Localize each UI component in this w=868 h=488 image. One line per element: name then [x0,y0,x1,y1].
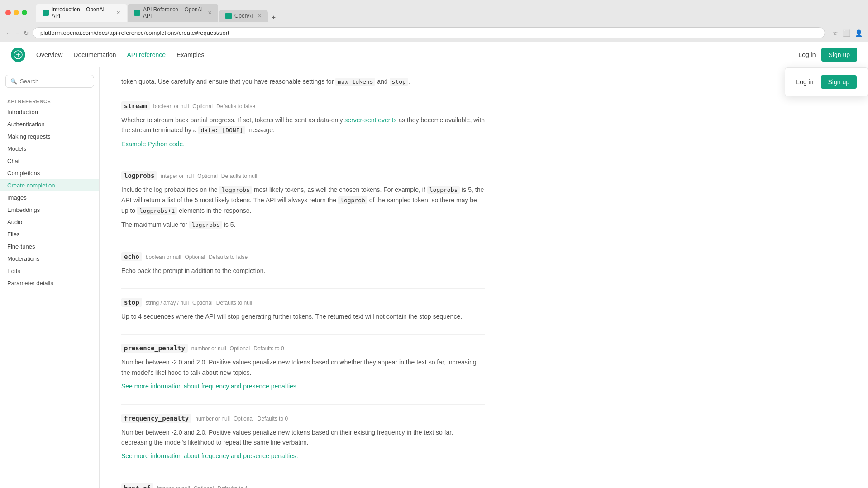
presence-penalty-link[interactable]: See more information about frequency and… [121,383,298,390]
tab-label-3: OpenAI [234,13,253,19]
browser-tab-2[interactable]: API Reference – OpenAI API ✕ [128,4,218,22]
forward-button[interactable]: → [14,29,21,37]
sidebar-item-edits[interactable]: Edits [0,265,99,277]
sidebar-item-files[interactable]: Files [0,228,99,240]
param-best-of-default: Defaults to 1 [217,485,248,488]
browser-tab-1[interactable]: Introduction – OpenAI API ✕ [36,4,127,22]
preamble-code-stop: stop [390,78,408,86]
sidebar-item-create-completion[interactable]: Create completion [0,179,99,191]
tab-close-3[interactable]: ✕ [258,13,262,19]
param-frequency-penalty-header: frequency_penalty number or null Optiona… [121,414,485,423]
param-echo-type: boolean or null [146,254,181,260]
browser-tab-3[interactable]: OpenAI ✕ [219,10,268,22]
refresh-button[interactable]: ↻ [24,29,29,37]
tab-favicon-3 [225,13,232,19]
traffic-lights [5,10,27,15]
nav-examples[interactable]: Examples [176,49,204,60]
param-presence-penalty-default: Defaults to 0 [253,345,284,352]
logprobs-code-4: logprobs [189,221,222,229]
sidebar-item-embeddings[interactable]: Embeddings [0,204,99,216]
param-logprobs: logprobs integer or null Optional Defaul… [121,162,485,243]
minimize-window-button[interactable] [14,10,19,15]
sidebar-item-authentication[interactable]: Authentication [0,118,99,130]
sidebar-item-introduction[interactable]: Introduction [0,106,99,118]
param-stop: stop string / array / null Optional Defa… [121,289,485,335]
param-logprobs-optional: Optional [197,173,218,179]
param-stop-default: Defaults to null [216,300,252,306]
example-python-code-link[interactable]: Example Python code. [121,140,185,148]
extensions-icon[interactable]: ⬜ [843,29,850,37]
search-input[interactable] [20,78,96,85]
nav-buttons: ← → ↻ [5,29,29,37]
param-frequency-penalty-type: number or null [195,416,230,422]
preamble-text: token quota. Use carefully and ensure th… [121,67,485,87]
sidebar-item-making-requests[interactable]: Making requests [0,130,99,143]
tab-close-2[interactable]: ✕ [208,10,212,16]
address-bar[interactable]: platform.openai.com/docs/api-reference/c… [33,27,825,38]
browser-controls-row: Introduction – OpenAI API ✕ API Referenc… [5,4,863,22]
sidebar-item-chat[interactable]: Chat [0,155,99,167]
logo[interactable] [11,48,25,62]
auth-area: Log in Sign up [798,48,857,62]
tabs-bar: Introduction – OpenAI API ✕ API Referenc… [36,4,863,22]
param-presence-penalty-optional: Optional [230,345,250,352]
param-presence-penalty-name: presence_penalty [121,344,188,353]
param-stream-optional: Optional [192,103,213,110]
param-stop-header: stop string / array / null Optional Defa… [121,298,485,307]
param-echo-header: echo boolean or null Optional Defaults t… [121,252,485,261]
profile-icon[interactable]: 👤 [855,29,863,37]
param-frequency-penalty-optional: Optional [234,416,254,422]
param-stream-name: stream [121,101,150,110]
app-wrapper: Overview Documentation API reference Exa… [0,42,868,488]
bookmark-icon[interactable]: ☆ [832,29,838,37]
browser-chrome: Introduction – OpenAI API ✕ API Referenc… [0,0,868,42]
content-area: 🔍 ⌘ K API REFERENCE Introduction Authent… [0,67,868,488]
param-logprobs-default: Defaults to null [221,173,257,179]
tab-favicon-2 [134,10,140,16]
browser-actions: ☆ ⬜ 👤 [832,29,863,37]
sidebar-item-fine-tunes[interactable]: Fine-tunes [0,240,99,253]
param-best-of-optional: Optional [194,485,214,488]
param-stream-default: Defaults to false [216,103,255,110]
sidebar-item-models[interactable]: Models [0,143,99,155]
param-logprobs-header: logprobs integer or null Optional Defaul… [121,171,485,180]
url-text: platform.openai.com/docs/api-reference/c… [40,29,229,36]
param-frequency-penalty-desc: Number between -2.0 and 2.0. Positive va… [121,427,485,461]
tab-label-1: Introduction – OpenAI API [52,6,112,19]
maximize-window-button[interactable] [22,10,27,15]
param-logprobs-type: integer or null [161,173,194,179]
popup-signup-button[interactable]: Sign up [821,75,857,89]
sidebar-item-completions[interactable]: Completions [0,167,99,179]
search-box[interactable]: 🔍 ⌘ K [5,75,94,88]
sidebar-item-moderations[interactable]: Moderations [0,253,99,265]
frequency-penalty-link[interactable]: See more information about frequency and… [121,452,298,459]
param-stream-type: boolean or null [153,103,189,110]
main-content: token quota. Use carefully and ensure th… [100,67,507,488]
new-tab-button[interactable]: + [269,14,278,22]
sidebar-item-images[interactable]: Images [0,191,99,204]
param-stream: stream boolean or null Optional Defaults… [121,92,485,163]
logprobs-plus1-code: logprobs+1 [137,207,177,215]
param-logprobs-name: logprobs [121,171,157,180]
sidebar-item-audio[interactable]: Audio [0,216,99,228]
param-best-of-header: best_of integer or null Optional Default… [121,483,485,488]
nav-api-reference[interactable]: API reference [127,49,166,60]
stream-done-code: data: [DONE] [198,126,245,134]
nav-overview[interactable]: Overview [36,49,62,60]
param-frequency-penalty-default: Defaults to 0 [258,416,288,422]
param-stop-desc: Up to 4 sequences where the API will sto… [121,311,485,321]
close-window-button[interactable] [5,10,11,15]
tab-label-2: API Reference – OpenAI API [143,6,203,19]
param-best-of-name: best_of [121,483,153,488]
popup-login-button[interactable]: Log in [796,78,813,86]
param-echo-default: Defaults to false [209,254,248,260]
param-stop-optional: Optional [192,300,213,306]
login-button[interactable]: Log in [798,51,816,58]
back-button[interactable]: ← [5,29,12,37]
tab-close-1[interactable]: ✕ [116,10,120,16]
auth-popup: Log in Sign up [785,67,868,96]
nav-documentation[interactable]: Documentation [73,49,116,60]
server-sent-events-link[interactable]: server-sent events [344,116,396,124]
sidebar-item-parameter-details[interactable]: Parameter details [0,277,99,289]
signup-button[interactable]: Sign up [821,48,857,62]
